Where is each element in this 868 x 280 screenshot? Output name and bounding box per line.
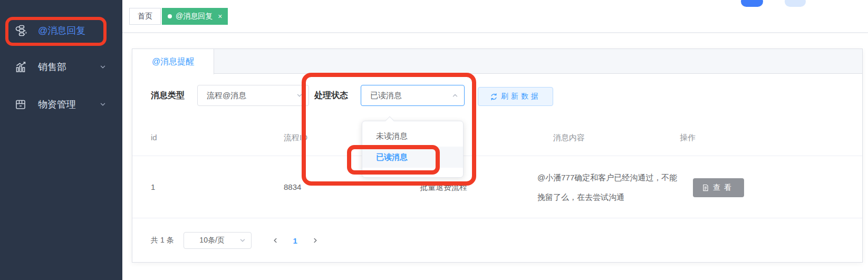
message-type-select[interactable]: 流程@消息: [197, 85, 309, 106]
sidebar-item-label: 销售部: [38, 61, 66, 73]
message-type-label: 消息类型: [151, 85, 185, 106]
tag-home[interactable]: 首页: [129, 8, 161, 25]
sidebar-item-sales-dept[interactable]: 销售部: [0, 56, 122, 78]
document-icon: [702, 184, 709, 191]
status-value: 已读消息: [370, 91, 402, 101]
close-icon[interactable]: ×: [218, 12, 222, 21]
sidebar-item-label: 物资管理: [38, 98, 76, 111]
active-dot: [168, 14, 172, 18]
prev-page-button[interactable]: [266, 237, 284, 244]
header-flow-id: 流程ID: [284, 119, 307, 156]
sidebar-item-label: @消息回复: [38, 24, 85, 37]
table-header-row: id 流程ID 消息内容 操作: [132, 119, 862, 156]
pagination-total: 共 1 条: [151, 236, 174, 245]
header-action: 操作: [680, 119, 696, 156]
status-select[interactable]: 已读消息: [361, 85, 465, 106]
sidebar-item-message-reply[interactable]: @消息回复: [0, 20, 122, 41]
chevron-down-icon: [99, 101, 107, 108]
status-dropdown-panel: 未读消息 已读消息: [362, 121, 464, 178]
pagination: 共 1 条 10条/页 1: [151, 231, 324, 250]
tag-active-label: @消息回复: [176, 12, 213, 21]
header-content: 消息内容: [553, 119, 585, 156]
status-label: 处理状态: [314, 85, 348, 106]
refresh-icon: [490, 93, 498, 101]
view-button-label: 查看: [713, 183, 735, 192]
dropdown-option-unread[interactable]: 未读消息: [362, 125, 463, 147]
message-panel-card: @消息提醒 消息类型 流程@消息 处理状态 已读消息: [132, 49, 863, 263]
page-size-value: 10条/页: [199, 236, 224, 245]
tab-message-reminder[interactable]: @消息提醒: [132, 49, 214, 74]
page-size-select[interactable]: 10条/页: [184, 232, 252, 249]
sidebar: @消息回复 销售部: [0, 0, 122, 280]
chevron-down-icon: [99, 63, 107, 71]
box-icon: [14, 98, 27, 111]
cell-flow-id: 8834: [284, 156, 301, 218]
cell-message-content: @小潘777确定和客户已经沟通过，不能挽留了么，在去尝试沟通: [537, 156, 685, 218]
cutoff-button-light[interactable]: [785, 0, 806, 7]
panel-tab-bar: @消息提醒: [132, 49, 862, 74]
chevron-up-icon: [451, 92, 459, 99]
cell-id: 1: [151, 156, 155, 218]
chevron-down-icon: [239, 237, 246, 244]
dropdown-option-read[interactable]: 已读消息: [362, 147, 463, 168]
header-id: id: [151, 119, 157, 156]
tab-label: @消息提醒: [152, 56, 194, 67]
tag-home-label: 首页: [138, 12, 152, 21]
dropdown-arrow: [385, 117, 394, 125]
sidebar-item-materials-mgmt[interactable]: 物资管理: [0, 94, 122, 115]
message-type-value: 流程@消息: [207, 91, 246, 101]
tag-message-reply-active[interactable]: @消息回复 ×: [162, 8, 228, 25]
chart-icon: [14, 61, 27, 73]
workflow-icon: [14, 24, 27, 37]
view-button[interactable]: 查看: [693, 178, 744, 197]
screen: @消息回复 销售部: [0, 0, 868, 280]
page-number-1[interactable]: 1: [284, 236, 306, 245]
refresh-button-label: 刷新数据: [501, 92, 541, 101]
chevron-down-icon: [296, 92, 303, 99]
cutoff-button-blue[interactable]: [741, 0, 763, 7]
tags-view-bar: 首页 @消息回复 ×: [122, 0, 868, 33]
table-row: 1 8834 批量退费流程 @小潘777确定和客户已经沟通过，不能挽留了么，在去…: [132, 156, 862, 218]
refresh-data-button[interactable]: 刷新数据: [478, 87, 553, 106]
next-page-button[interactable]: [306, 237, 324, 244]
